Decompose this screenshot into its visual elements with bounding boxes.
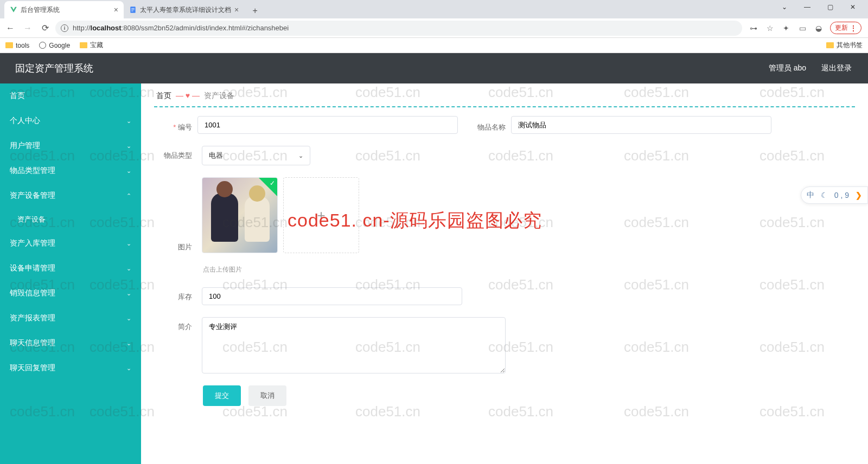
sidebar-item-4[interactable]: 资产设备管理⌃ [0,183,141,208]
svg-rect-3 [131,11,133,11]
window-close-icon[interactable]: ✕ [845,1,860,13]
folder-icon [5,42,13,48]
close-tab-icon[interactable]: × [114,5,118,14]
form-area: 编号 物品名称 物品类型 电器 ⌄ 图片 [141,107,868,464]
nav-forward-icon[interactable]: → [21,21,35,35]
extensions-puzzle-icon[interactable]: ✦ [781,23,791,33]
check-icon: ✓ [270,179,275,187]
textarea-intro[interactable] [202,317,506,373]
sidebar-item-7[interactable]: 销毁信息管理⌄ [0,281,141,306]
sidebar: 首页个人中心⌄用户管理⌄物品类型管理⌄资产设备管理⌃资产设备资产入库管理⌄设备申… [0,83,141,464]
label-id: 编号 [156,118,192,132]
svg-rect-2 [131,9,135,10]
chev-icon: ⌃ [126,192,131,199]
label-stock: 库存 [156,287,192,302]
user-label[interactable]: 管理员 abo [769,63,806,73]
bookmark-others[interactable]: 其他书签 [826,41,863,50]
key-icon[interactable]: ⊶ [749,23,758,33]
breadcrumb-home[interactable]: 首页 [156,91,171,100]
sidebar-item-10[interactable]: 聊天回复管理⌄ [0,356,141,381]
svg-rect-1 [131,8,135,9]
sidebar-item-1[interactable]: 个人中心⌄ [0,108,141,133]
tab-title: 后台管理系统 [21,5,111,15]
url-input[interactable]: i http://localhost:8080/ssm2bn52/admin/d… [55,21,742,36]
new-tab-button[interactable]: + [247,3,263,18]
side-lang-widget[interactable]: 中 ☾ 0 , 9 ❯ [801,186,868,204]
select-type-value: 电器 [209,151,223,160]
label-name: 物品名称 [473,118,506,132]
reader-icon[interactable]: ▭ [797,23,807,33]
bookmark-tools[interactable]: tools [5,42,29,49]
breadcrumb: 首页 — ♥ — 资产设备 [141,83,868,106]
sidebar-item-3[interactable]: 物品类型管理⌄ [0,158,141,183]
select-type[interactable]: 电器 ⌄ [202,146,310,165]
browser-tabstrip: 后台管理系统 × 太平人寿签章系统详细设计文档 × + ⌄ — ▢ ✕ [0,0,868,18]
input-stock[interactable] [202,287,462,305]
heart-icon: — ♥ — [176,91,200,100]
sidebar-item-9[interactable]: 聊天信息管理⌄ [0,331,141,356]
chevron-down-icon: ⌄ [298,152,303,159]
digits-hint: 0 , 9 [834,191,849,199]
update-button[interactable]: 更新⋮ [830,22,861,34]
sidebar-item-0[interactable]: 首页 [0,83,141,108]
input-id[interactable] [197,116,458,134]
chevron-right-icon[interactable]: ❯ [856,191,862,199]
bookmarks-bar: tools Google 宝藏 其他书签 [0,38,868,53]
window-controls: ⌄ — ▢ ✕ [769,1,868,13]
profile-icon[interactable]: ◒ [814,23,824,33]
sidebar-item-5[interactable]: 资产入库管理⌄ [0,231,141,256]
chev-icon: ⌄ [126,290,131,297]
url-text: http://localhost:8080/ssm2bn52/admin/dis… [73,24,289,32]
chev-icon: ⌄ [126,315,131,322]
logout-link[interactable]: 退出登录 [821,63,852,73]
nav-back-icon[interactable]: ← [3,21,17,35]
input-name[interactable] [511,116,771,134]
chev-icon: ⌄ [126,340,131,347]
tab-title: 太平人寿签章系统详细设计文档 [140,5,231,15]
label-type: 物品类型 [156,146,192,160]
vue-favicon-icon [10,6,17,14]
address-bar: ← → ⟳ i http://localhost:8080/ssm2bn52/a… [0,18,868,38]
sidebar-subitem-4-0[interactable]: 资产设备 [0,208,141,231]
submit-button[interactable]: 提交 [203,385,241,406]
sidebar-item-6[interactable]: 设备申请管理⌄ [0,256,141,281]
upload-add-button[interactable]: + [283,177,359,253]
doc-favicon-icon [129,6,137,14]
brand-title: 固定资产管理系统 [0,53,141,83]
bookmark-google[interactable]: Google [39,42,70,49]
chev-icon: ⌄ [126,265,131,272]
window-maximize-icon[interactable]: ▢ [822,1,838,13]
window-caret-icon[interactable]: ⌄ [777,1,792,13]
breadcrumb-current: 资产设备 [204,91,234,100]
upload-hint: 点击上传图片 [203,265,853,274]
nav-reload-icon[interactable]: ⟳ [38,21,52,35]
sidebar-item-2[interactable]: 用户管理⌄ [0,133,141,158]
close-tab-icon[interactable]: × [234,5,239,14]
bookmark-treasure[interactable]: 宝藏 [80,41,103,50]
window-minimize-icon[interactable]: — [800,1,815,13]
chev-icon: ⌄ [126,118,131,125]
label-image: 图片 [156,177,192,252]
topbar: 管理员 abo 退出登录 [141,53,868,83]
chev-icon: ⌄ [126,240,131,247]
folder-icon [80,42,87,48]
uploaded-image-thumb[interactable]: ✓ [202,177,278,253]
lang-cn-icon[interactable]: 中 [807,190,814,200]
moon-icon[interactable]: ☾ [821,191,828,199]
chev-icon: ⌄ [126,365,131,372]
site-info-icon[interactable]: i [61,24,68,32]
sidebar-item-8[interactable]: 资产报表管理⌄ [0,306,141,331]
label-intro: 简介 [156,317,192,332]
globe-icon [39,42,46,49]
chev-icon: ⌄ [126,143,131,150]
plus-icon: + [317,207,325,224]
bookmark-star-icon[interactable]: ☆ [765,23,775,33]
browser-tab-inactive[interactable]: 太平人寿签章系统详细设计文档 × [124,1,244,18]
folder-icon [826,42,834,48]
browser-tab-active[interactable]: 后台管理系统 × [4,1,124,18]
cancel-button[interactable]: 取消 [248,385,286,406]
chev-icon: ⌄ [126,167,131,175]
